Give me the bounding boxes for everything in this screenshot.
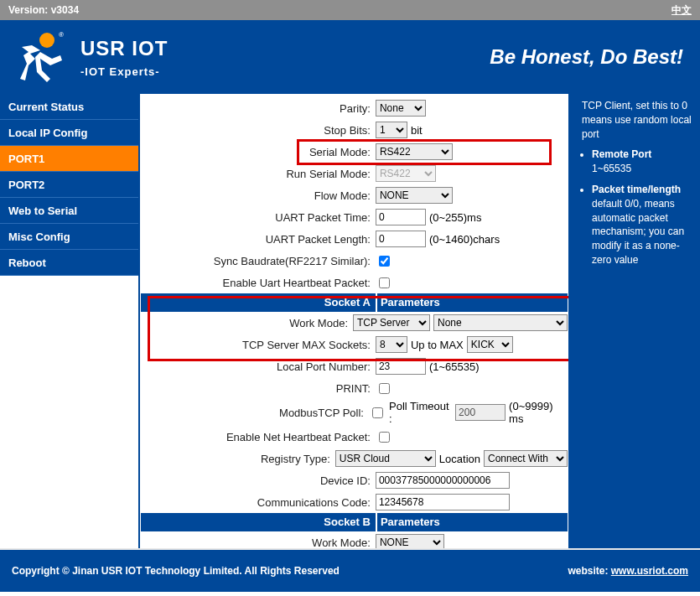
- regtype-mid: Location: [439, 453, 480, 465]
- sidebar-item-reboot[interactable]: Reboot: [0, 250, 138, 276]
- workmodeA-select2[interactable]: None: [433, 314, 568, 331]
- help-packet-body: default 0/0, means automatic packet mech…: [592, 198, 684, 266]
- copyright-text: Copyright © Jinan USR IOT Technology Lim…: [12, 565, 340, 577]
- nethb-label: Enable Net Heartbeat Packet:: [141, 431, 376, 443]
- parity-select[interactable]: None: [376, 100, 426, 117]
- uarthb-checkbox[interactable]: [379, 277, 390, 288]
- stopbits-label: Stop Bits:: [141, 124, 376, 137]
- nethb-checkbox[interactable]: [379, 432, 390, 443]
- svg-text:®: ®: [59, 31, 64, 39]
- modbus-timeout-input: [455, 404, 506, 421]
- runserialmode-select: RS422: [376, 165, 436, 182]
- uartpktlen-suffix: (0~1460)chars: [429, 233, 500, 246]
- flowmode-select[interactable]: NONE: [376, 187, 453, 204]
- language-link[interactable]: 中文: [671, 3, 692, 18]
- regtype-select[interactable]: USR Cloud: [335, 450, 436, 467]
- socket-a-right: Parameters: [376, 293, 568, 312]
- sidebar-item-port1[interactable]: PORT1: [0, 146, 138, 172]
- help-remote-body: 1~65535: [592, 163, 631, 174]
- uartpkttime-suffix: (0~255)ms: [429, 211, 482, 224]
- logo-icon: ®: [15, 30, 65, 84]
- sidebar-item-misc-config[interactable]: Misc Config: [0, 224, 138, 250]
- print-checkbox[interactable]: [379, 383, 390, 394]
- modbus-mid: Poll Timeout :: [389, 400, 452, 425]
- localport-label: Local Port Number:: [141, 360, 376, 373]
- print-label: PRINT:: [141, 382, 376, 395]
- syncbaud-label: Sync Baudrate(RF2217 Similar):: [141, 255, 376, 267]
- help-packet-title: Packet time/length: [592, 184, 681, 195]
- sidebar: Current Status Local IP Config PORT1 POR…: [0, 94, 138, 548]
- socket-b-right: Parameters: [376, 513, 568, 531]
- workmodeA-select[interactable]: TCP Server: [353, 314, 430, 331]
- brand-block: USR IOT -IOT Experts-: [80, 37, 168, 78]
- parity-label: Parity:: [141, 102, 376, 115]
- sidebar-item-web-to-serial[interactable]: Web to Serial: [0, 198, 138, 224]
- socket-b-header: Socket B Parameters: [141, 513, 568, 531]
- uartpktlen-label: UART Packet Length:: [141, 233, 376, 246]
- uartpkttime-input[interactable]: [376, 209, 426, 225]
- flowmode-label: Flow Mode:: [141, 189, 376, 202]
- tcpmax-select[interactable]: 8: [376, 336, 407, 353]
- runserialmode-label: Run Serial Mode:: [141, 168, 376, 180]
- svg-point-0: [39, 33, 54, 48]
- commcode-input[interactable]: [376, 494, 510, 510]
- tcpmax-select2[interactable]: KICK: [467, 336, 513, 353]
- localport-input[interactable]: [376, 358, 426, 375]
- slogan: Be Honest, Do Best!: [490, 45, 683, 69]
- serialmode-label: Serial Mode:: [141, 146, 376, 158]
- regtype-label: Registry Type:: [141, 453, 335, 465]
- website-block: website: www.usriot.com: [568, 565, 688, 577]
- footer: Copyright © Jinan USR IOT Technology Lim…: [0, 550, 700, 592]
- sidebar-item-port2[interactable]: PORT2: [0, 172, 138, 198]
- socket-a-header: Socket A Parameters: [141, 293, 568, 312]
- tcpmax-mid: Up to MAX: [411, 339, 464, 351]
- modbus-suffix: (0~9999) ms: [509, 400, 568, 425]
- workmodeA-label: Work Mode:: [141, 317, 353, 329]
- stopbits-suffix: bit: [411, 124, 423, 137]
- modbus-label: ModbusTCP Poll:: [141, 407, 369, 419]
- workmodeB-label: Work Mode:: [141, 536, 376, 549]
- modbus-checkbox[interactable]: [372, 407, 383, 418]
- help-intro: TCP Client, set this to 0 means use rand…: [582, 99, 692, 141]
- commcode-label: Communications Code:: [141, 496, 376, 509]
- uarthb-label: Enable Uart Heartbeat Packet:: [141, 277, 376, 289]
- deviceid-input[interactable]: [376, 472, 510, 489]
- regtype-select2[interactable]: Connect With: [484, 450, 568, 467]
- uartpkttime-label: UART Packet Time:: [141, 211, 376, 224]
- stopbits-select[interactable]: 1: [376, 122, 407, 138]
- version-text: Version: v3034: [8, 4, 79, 16]
- localport-suffix: (1~65535): [429, 360, 480, 373]
- help-remote-title: Remote Port: [592, 148, 651, 160]
- socket-b-left: Socket B: [141, 513, 376, 531]
- workmodeB-select[interactable]: NONE: [376, 534, 444, 548]
- brand-title: USR IOT: [80, 37, 168, 60]
- socket-a-left: Socket A: [141, 293, 376, 312]
- syncbaud-checkbox[interactable]: [379, 256, 390, 267]
- header: ® USR IOT -IOT Experts- Be Honest, Do Be…: [0, 20, 700, 94]
- website-link[interactable]: www.usriot.com: [611, 565, 688, 577]
- serialmode-select[interactable]: RS422: [376, 143, 453, 160]
- brand-subtitle: -IOT Experts-: [80, 65, 168, 78]
- deviceid-label: Device ID:: [141, 474, 376, 487]
- main-panel: Parity: None Stop Bits: 1bit Serial Mode…: [138, 94, 570, 548]
- uartpktlen-input[interactable]: [376, 231, 426, 247]
- topbar: Version: v3034 中文: [0, 0, 700, 20]
- sidebar-item-local-ip[interactable]: Local IP Config: [0, 120, 138, 146]
- help-panel: TCP Client, set this to 0 means use rand…: [570, 94, 700, 548]
- sidebar-item-current-status[interactable]: Current Status: [0, 94, 138, 120]
- tcpmax-label: TCP Server MAX Sockets:: [141, 339, 376, 351]
